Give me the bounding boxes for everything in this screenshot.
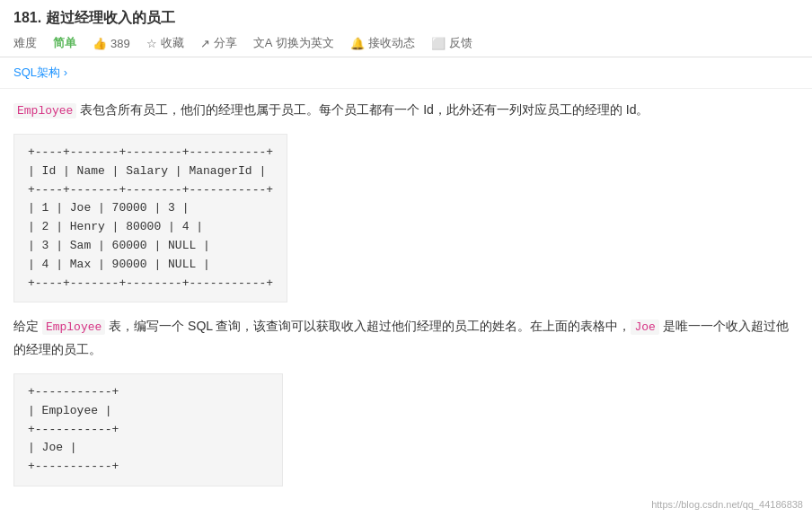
feedback-label: 反馈 [449,35,472,51]
instruction-text: 给定 Employee 表，编写一个 SQL 查询，该查询可以获取收入超过他们经… [13,315,799,361]
header-bar: 181. 超过经理收入的员工 难度 简单 👍 389 ☆ 收藏 ↗ 分享 文A … [0,0,812,57]
meta-bar: 难度 简单 👍 389 ☆ 收藏 ↗ 分享 文A 切换为英文 🔔 接收动态 ⬜ … [13,35,799,51]
instruction-code2: Joe [631,320,658,335]
table-row: | 1 | Joe | 70000 | 3 | [28,199,273,218]
collect-button[interactable]: ☆ 收藏 [146,35,184,51]
breadcrumb-text[interactable]: SQL架构 [13,66,60,79]
instruction-middle: 表，编写一个 SQL 查询，该查询可以获取收入超过他们经理的员工的姓名。在上面的… [105,319,631,333]
instruction-prefix: 给定 [13,319,42,333]
description-body: 表包含所有员工，他们的经理也属于员工。每个员工都有一个 Id，此外还有一列对应员… [76,102,649,117]
switch-language-button[interactable]: 文A 切换为英文 [253,35,335,51]
table-border-bot: +----+-------+--------+-----------+ [28,275,273,294]
share-icon: ↗ [200,37,210,50]
breadcrumb[interactable]: SQL架构 › [0,57,812,89]
subscribe-label: 接收动态 [368,35,415,51]
breadcrumb-arrow: › [64,66,67,79]
page-title: 181. 超过经理收入的员工 [13,9,799,28]
like-icon: 👍 [93,37,107,50]
share-label: 分享 [214,35,237,51]
difficulty-label: 难度 [13,35,37,51]
subscribe-button[interactable]: 🔔 接收动态 [350,35,415,51]
instruction-code1: Employee [42,320,105,335]
table-row: | 2 | Henry | 80000 | 4 | [28,218,273,237]
feedback-button[interactable]: ⬜ 反馈 [431,35,472,51]
star-icon: ☆ [146,37,157,50]
result-table-block: +-----------+ | Employee | +-----------+… [13,373,283,486]
result-border-bot: +-----------+ [28,458,269,477]
switch-label: 切换为英文 [276,35,334,51]
like-button[interactable]: 👍 389 [93,37,130,50]
feedback-icon: ⬜ [431,37,446,50]
difficulty-value: 简单 [53,35,76,51]
result-border-mid: +-----------+ [28,421,269,440]
result-row: | Joe | [28,439,269,458]
watermark: https://blog.csdn.net/qq_44186838 [651,499,803,510]
result-header: | Employee | [28,402,269,421]
table-header: | Id | Name | Salary | ManagerId | [28,162,273,181]
table-border-mid: +----+-------+--------+-----------+ [28,181,273,200]
result-border-top: +-----------+ [28,383,269,402]
table-row: | 3 | Sam | 60000 | NULL | [28,237,273,256]
table-border-top: +----+-------+--------+-----------+ [28,144,273,162]
like-count: 389 [110,37,130,50]
employee-table-block: +----+-------+--------+-----------+ | Id… [13,134,287,302]
collect-label: 收藏 [161,35,184,51]
employee-code-ref: Employee [13,103,76,118]
description-text: Employee 表包含所有员工，他们的经理也属于员工。每个员工都有一个 Id，… [13,100,799,121]
share-button[interactable]: ↗ 分享 [200,35,237,51]
content-area: Employee 表包含所有员工，他们的经理也属于员工。每个员工都有一个 Id，… [0,89,812,510]
bell-icon: 🔔 [350,37,365,50]
table-row: | 4 | Max | 90000 | NULL | [28,256,273,275]
translate-icon: 文A [253,35,273,51]
